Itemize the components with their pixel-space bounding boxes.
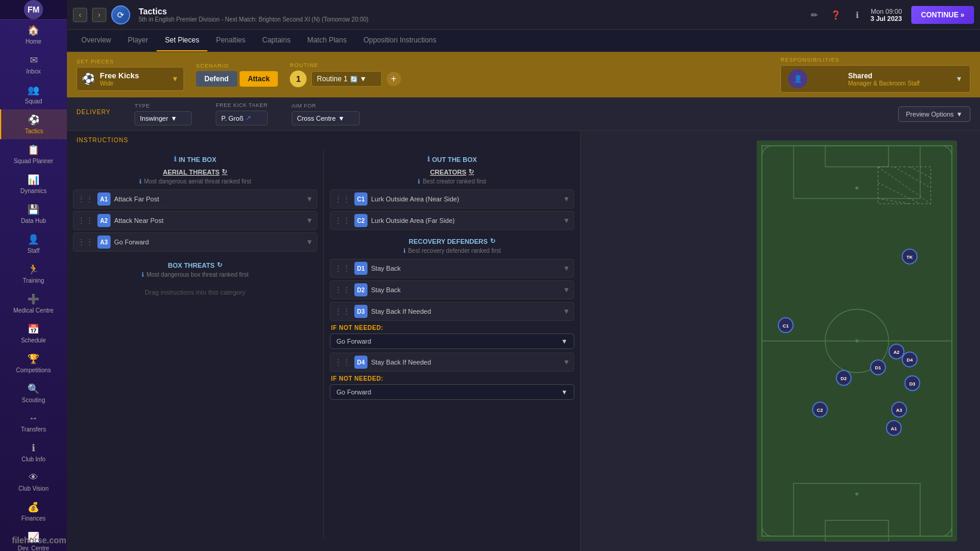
sidebar-icon: ↔ <box>29 413 38 424</box>
sidebar-item-data-hub[interactable]: 💾 Data Hub <box>0 199 67 229</box>
aerial-threats-title: AERIAL THREATS ↻ <box>73 168 317 176</box>
tab-penalties[interactable]: Penalties <box>207 30 253 51</box>
attack-button[interactable]: Attack <box>240 71 278 87</box>
recovery-row[interactable]: ⋮⋮ D3 Stay Back If Needed ▼ <box>330 302 574 321</box>
recovery-note: ℹ Best recovery defender ranked first <box>330 247 574 254</box>
svg-text:D1: D1 <box>875 365 881 371</box>
sidebar-item-transfers[interactable]: ↔ Transfers <box>0 408 67 437</box>
sidebar-item-inbox[interactable]: ✉ Inbox <box>0 50 67 79</box>
if-not-arrow: ▼ <box>561 338 568 345</box>
creator-row[interactable]: ⋮⋮ C2 Lurk Outside Area (Far Side) ▼ <box>330 211 574 230</box>
sidebar-item-home[interactable]: 🏠 Home <box>0 20 67 50</box>
box-note-icon: ℹ <box>142 271 144 278</box>
continue-button[interactable]: CONTINUE » <box>911 6 974 24</box>
sidebar-item-finances[interactable]: 💰 Finances <box>0 497 67 526</box>
sidebar-item-club-vision[interactable]: 👁 Club Vision <box>0 467 67 497</box>
expand-icon[interactable]: ▼ <box>563 264 570 273</box>
drag-handle[interactable]: ⋮⋮ <box>334 307 351 316</box>
tab-opposition-instructions[interactable]: Opposition Instructions <box>355 30 445 51</box>
drag-handle[interactable]: ⋮⋮ <box>334 264 351 273</box>
sidebar-item-scouting[interactable]: 🔍 Scouting <box>0 378 67 408</box>
if-not-needed-label: IF NOT NEEDED: <box>331 375 573 382</box>
routine-dropdown[interactable]: Routine 1 🔄 ▼ <box>311 71 381 87</box>
tab-set-pieces[interactable]: Set Pieces <box>157 30 207 51</box>
tab-match-plans[interactable]: Match Plans <box>299 30 355 51</box>
sidebar-icon: ℹ <box>32 442 35 454</box>
type-dropdown[interactable]: Inswinger ▼ <box>134 111 192 125</box>
tab-player[interactable]: Player <box>120 30 157 51</box>
responsibilities-dropdown[interactable]: 👤 Shared Manager & Backroom Staff ▼ <box>780 65 970 93</box>
sidebar-item-competitions[interactable]: 🏆 Competitions <box>0 348 67 378</box>
expand-icon[interactable]: ▼ <box>563 307 570 316</box>
drag-handle[interactable]: ⋮⋮ <box>334 216 351 225</box>
add-routine-button[interactable]: + <box>387 72 401 86</box>
sidebar-item-staff[interactable]: 👤 Staff <box>0 229 67 259</box>
aerial-row[interactable]: ⋮⋮ A3 Go Forward ▼ <box>73 232 317 252</box>
nav-forward-button[interactable]: › <box>92 8 106 22</box>
in-the-box-column: ℹ IN THE BOX AERIAL THREATS ↻ ℹ Most dan… <box>67 149 324 539</box>
drag-handle[interactable]: ⋮⋮ <box>77 237 94 247</box>
preview-options-button[interactable]: Preview Options ▼ <box>898 106 970 122</box>
edit-icon[interactable]: ✏ <box>806 7 823 23</box>
aerial-refresh-icon[interactable]: ↻ <box>222 168 227 176</box>
nav-back-button[interactable]: ‹ <box>73 8 87 22</box>
taker-dropdown[interactable]: P. Groß ↗ <box>216 111 268 125</box>
delivery-bar: DELIVERY TYPE Inswinger ▼ FREE KICK TAKE… <box>67 97 980 131</box>
recovery-row[interactable]: ⋮⋮ D2 Stay Back ▼ <box>330 280 574 299</box>
instr-text: Stay Back If Needed <box>371 359 559 366</box>
delivery-section-label: DELIVERY <box>76 109 111 119</box>
defend-button[interactable]: Defend <box>196 71 237 87</box>
sidebar-label: Club Vision <box>19 485 48 492</box>
aim-dropdown[interactable]: Cross Centre ▼ <box>292 111 360 125</box>
aerial-row[interactable]: ⋮⋮ A2 Attack Near Post ▼ <box>73 211 317 230</box>
drag-handle[interactable]: ⋮⋮ <box>77 194 94 204</box>
help-icon[interactable]: ❓ <box>828 7 844 23</box>
drag-handle[interactable]: ⋮⋮ <box>334 357 351 367</box>
creator-row[interactable]: ⋮⋮ C1 Lurk Outside Area (Near Side) ▼ <box>330 189 574 209</box>
expand-icon[interactable]: ▼ <box>306 195 313 203</box>
tab-captains[interactable]: Captains <box>254 30 299 51</box>
tab-overview[interactable]: Overview <box>73 30 120 51</box>
box-threats-icon[interactable]: ↻ <box>217 261 222 269</box>
sidebar-item-training[interactable]: 🏃 Training <box>0 259 67 289</box>
home-button[interactable]: ⟳ <box>111 5 130 25</box>
sidebar-icon: 📋 <box>27 144 39 155</box>
sp-type-arrow: ▼ <box>172 75 179 83</box>
drag-handle[interactable]: ⋮⋮ <box>77 216 94 225</box>
expand-icon[interactable]: ▼ <box>306 238 313 246</box>
sidebar-item-club-info[interactable]: ℹ Club Info <box>0 437 67 467</box>
type-label: TYPE <box>134 103 192 109</box>
main-content: SET PIECES ⚽ Free Kicks Wide ▼ SCENARIO … <box>67 52 980 551</box>
sidebar-icon: 👥 <box>27 84 39 96</box>
drag-handle[interactable]: ⋮⋮ <box>334 194 351 204</box>
instr-text: Go Forward <box>114 238 302 246</box>
recovery-row[interactable]: ⋮⋮ D1 Stay Back ▼ <box>330 259 574 278</box>
sidebar-icon: 📅 <box>27 323 39 335</box>
info-icon[interactable]: ℹ <box>849 7 866 23</box>
sidebar-item-schedule[interactable]: 📅 Schedule <box>0 319 67 348</box>
expand-icon[interactable]: ▼ <box>306 216 313 225</box>
expand-icon[interactable]: ▼ <box>563 195 570 203</box>
sidebar-label: Scouting <box>22 397 45 403</box>
resp-avatar: 👤 <box>788 69 807 88</box>
creators-refresh-icon[interactable]: ↻ <box>468 168 474 176</box>
sidebar-item-tactics[interactable]: ⚽ Tactics <box>0 109 67 139</box>
sidebar-item-squad-planner[interactable]: 📋 Squad Planner <box>0 139 67 169</box>
expand-icon[interactable]: ▼ <box>563 286 570 294</box>
instructions-area: INSTRUCTIONS ℹ IN THE BOX AERIAL THREATS… <box>67 131 980 551</box>
recovery-row[interactable]: ⋮⋮ D4 Stay Back If Needed ▼ <box>330 353 574 372</box>
sidebar-icon: 🏃 <box>27 264 39 275</box>
sidebar-item-dynamics[interactable]: 📊 Dynamics <box>0 169 67 199</box>
sidebar-item-medical-centre[interactable]: ➕ Medical Centre <box>0 289 67 319</box>
sidebar-icon: 👁 <box>29 472 38 483</box>
sidebar-item-squad[interactable]: 👥 Squad <box>0 79 67 109</box>
aerial-row[interactable]: ⋮⋮ A1 Attack Far Post ▼ <box>73 189 317 209</box>
drag-handle[interactable]: ⋮⋮ <box>334 285 351 295</box>
recovery-refresh-icon[interactable]: ↻ <box>490 237 495 245</box>
expand-icon[interactable]: ▼ <box>563 358 570 366</box>
expand-icon[interactable]: ▼ <box>563 216 570 225</box>
creators-note: ℹ Best creator ranked first <box>330 178 574 185</box>
set-pieces-type-dropdown[interactable]: ⚽ Free Kicks Wide ▼ <box>76 67 184 91</box>
if-not-select[interactable]: Go Forward ▼ <box>330 333 574 349</box>
if-not-select[interactable]: Go Forward ▼ <box>330 384 574 400</box>
